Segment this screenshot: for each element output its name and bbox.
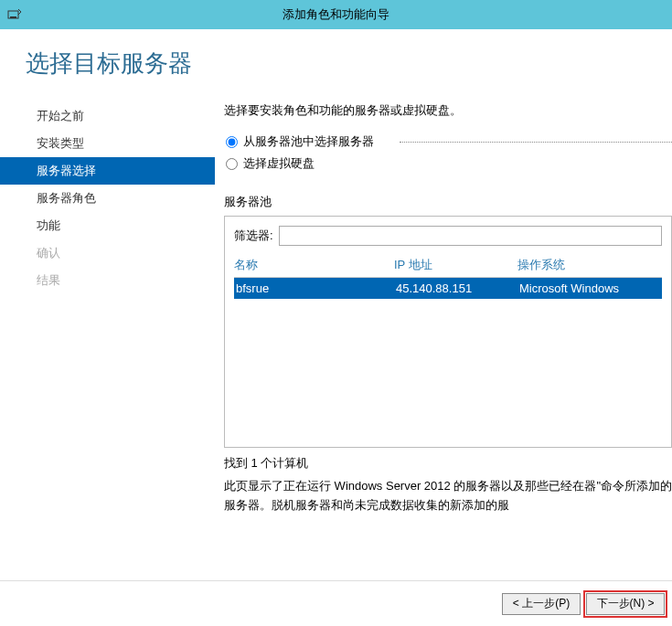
cell-os: Microsoft Windows: [517, 281, 662, 295]
radio-vhd-input[interactable]: [226, 158, 238, 170]
column-header-ip[interactable]: IP 地址: [394, 257, 517, 273]
filter-row: 筛选器:: [234, 226, 662, 246]
description-text: 此页显示了正在运行 Windows Server 2012 的服务器以及那些已经…: [224, 477, 672, 515]
radio-vhd[interactable]: 选择虚拟硬盘: [226, 155, 672, 172]
sidebar-item-server-selection[interactable]: 服务器选择: [0, 157, 215, 185]
sidebar-item-results: 结果: [0, 267, 215, 294]
radio-server-pool-label: 从服务器池中选择服务器: [243, 133, 374, 150]
table-header: 名称 IP 地址 操作系统: [234, 257, 662, 278]
sidebar-item-install-type[interactable]: 安装类型: [0, 130, 215, 157]
previous-button[interactable]: < 上一步(P): [502, 593, 581, 615]
titlebar: 添加角色和功能向导: [0, 0, 672, 29]
right-panel: 选择要安装角色和功能的服务器或虚拟硬盘。 从服务器池中选择服务器 选择虚拟硬盘 …: [215, 98, 672, 580]
filter-label: 筛选器:: [234, 228, 273, 244]
instruction-text: 选择要安装角色和功能的服务器或虚拟硬盘。: [224, 102, 672, 119]
radio-vhd-label: 选择虚拟硬盘: [243, 155, 315, 172]
table-body: bfsrue 45.140.88.151 Microsoft Windows: [234, 278, 662, 447]
column-header-name[interactable]: 名称: [234, 257, 394, 273]
sidebar-item-features[interactable]: 功能: [0, 212, 215, 239]
cell-ip: 45.140.88.151: [394, 281, 517, 295]
wizard-footer: < 上一步(P) 下一步(N) >: [0, 580, 672, 626]
selection-radio-group: 从服务器池中选择服务器 选择虚拟硬盘: [224, 133, 672, 177]
count-label: 找到 1 个计算机: [224, 455, 672, 472]
next-button[interactable]: 下一步(N) >: [586, 593, 665, 615]
main-area: 开始之前 安装类型 服务器选择 服务器角色 功能 确认 结果 选择要安装角色和功…: [0, 98, 672, 580]
titlebar-title: 添加角色和功能向导: [29, 6, 665, 23]
radio-server-pool-input[interactable]: [226, 136, 238, 148]
sidebar-item-before-begin[interactable]: 开始之前: [0, 102, 215, 130]
filter-input[interactable]: [279, 226, 662, 246]
table-row[interactable]: bfsrue 45.140.88.151 Microsoft Windows: [234, 278, 662, 299]
cell-name: bfsrue: [234, 281, 394, 295]
wizard-sidebar: 开始之前 安装类型 服务器选择 服务器角色 功能 确认 结果: [0, 98, 215, 580]
column-header-os[interactable]: 操作系统: [517, 257, 662, 273]
server-pool-label: 服务器池: [224, 194, 672, 210]
sidebar-item-confirm: 确认: [0, 239, 215, 267]
wizard-content: 选择目标服务器 开始之前 安装类型 服务器选择 服务器角色 功能 确认 结果 选…: [0, 29, 672, 580]
server-pool-box: 筛选器: 名称 IP 地址 操作系统 bfsrue 45.140.88.151 …: [224, 216, 672, 448]
page-title: 选择目标服务器: [0, 29, 672, 98]
server-manager-icon: [7, 7, 22, 22]
sidebar-item-server-roles[interactable]: 服务器角色: [0, 185, 215, 212]
radio-server-pool[interactable]: 从服务器池中选择服务器: [226, 133, 672, 150]
svg-rect-1: [10, 16, 16, 18]
